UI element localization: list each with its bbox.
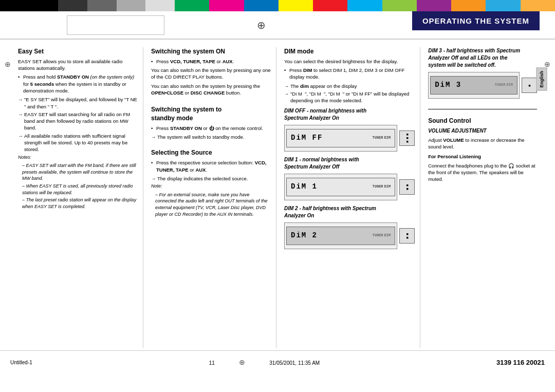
dim-off-subtitle-text: Spectrum Analyzer On	[284, 115, 339, 121]
switching-on-section: Switching the system ON Press VCD, TUNER…	[151, 47, 271, 98]
dim-label: DIM	[384, 136, 391, 141]
dim-mode-bullets: Press DIM to select DIM 1, DIM 2, DIM 3 …	[284, 67, 415, 81]
dim1-side: ■■	[399, 179, 415, 195]
footer-crosshair: ⊕	[239, 358, 245, 366]
standby-bold: STANDBY ON	[57, 74, 89, 80]
easy-set-bullets: Press and hold STANDBY ON (on the system…	[18, 73, 138, 94]
dim1-title: DIM 1 - normal brightness with Spectrum …	[284, 156, 415, 171]
source-note1: – For an external source, make sure you …	[151, 192, 271, 217]
seconds-bold: 5 seconds	[30, 81, 54, 87]
content-area: Easy Set EASY SET allows you to store al…	[15, 40, 540, 350]
sound-control-column: English DIM 3 - half brightness with Spe…	[425, 47, 537, 348]
page-title-text: OPERATING THE SYSTEM	[422, 16, 529, 25]
footer-separator	[216, 360, 238, 366]
dim-off-display: DiM FF TUNER DIM	[284, 125, 397, 152]
dim-appear: dim	[300, 83, 309, 89]
dim2-side: ■■	[399, 228, 415, 244]
footer-page-num: 11	[209, 360, 215, 366]
easy-set-column: Easy Set EASY SET allows you to store al…	[18, 47, 143, 348]
color-bar-top	[0, 0, 555, 11]
dim3-side: ■	[522, 78, 537, 93]
dim1-labels: TUNER DIM	[373, 184, 391, 190]
dim2-display-box: DiM 2 TUNER DIM	[286, 227, 395, 245]
dim-bold: DIM	[303, 67, 312, 73]
standby-bullets: Press STANDBY ON or ⏻ on the remote cont…	[151, 125, 271, 132]
english-tab: English	[536, 68, 547, 91]
color-bars	[175, 0, 555, 11]
right-crosshair: ⊕	[544, 60, 550, 68]
dim2-text: DiM 2	[291, 231, 318, 241]
dim3-title-text: DIM 3 - half brightness with Spectrum An…	[428, 48, 520, 61]
dim1-display-row: DiM 1 TUNER DIM ■■	[284, 172, 415, 202]
dim-arrow1: The dim appear on the display	[284, 83, 415, 89]
easy-set-intro: EASY SET allows you to store all availab…	[18, 58, 138, 72]
selecting-source-section: Selecting the Source Press the respectiv…	[151, 148, 271, 219]
arrow-easyset-3: All available radio stations with suffic…	[18, 133, 138, 153]
standby-title-line2: standby mode	[151, 115, 193, 122]
dim-mode-bullet1: Press DIM to select DIM 1, DIM 2, DIM 3 …	[284, 67, 415, 81]
dim1-tuner: TUNER	[373, 184, 383, 190]
dim-off-side: ■■■	[399, 130, 415, 146]
aux2-bold: AUX	[195, 167, 206, 173]
dim-mode-column: DIM mode You can select the desired brig…	[282, 47, 420, 348]
dim1-title-text: DIM 1 - normal brightness with	[284, 157, 359, 162]
arrow-easyset-2: EASY SET will start searching for all ra…	[18, 111, 138, 132]
header-area: ⊕ OPERATING THE SYSTEM	[0, 11, 555, 40]
footer-right: 3139 116 20021	[496, 359, 545, 366]
note-2: – When EASY SET is used, all previously …	[18, 183, 138, 196]
dim-mode-intro: You can select the desired brightness fo…	[284, 58, 415, 65]
switching-on-text1: You can also switch on the system by pre…	[151, 67, 271, 81]
crosshair-center: ⊕	[257, 19, 266, 31]
page-title: OPERATING THE SYSTEM	[412, 11, 540, 30]
header-box-left	[67, 15, 164, 35]
dim-off-display-row: DiM FF TUNER DIM ■■■	[284, 123, 415, 153]
footer-left: Untitled-1	[10, 360, 32, 365]
easy-set-section: Easy Set EASY SET allows you to store al…	[18, 47, 138, 210]
standby-title-line1: Switching the system to	[151, 106, 221, 113]
switching-standby-section: Switching the system to standby mode Pre…	[151, 105, 271, 141]
headphone-icon: 🎧	[508, 163, 514, 169]
note-1: – EASY SET will start with the FM band, …	[18, 162, 138, 182]
dim-off-title: DIM OFF - normal brightness with Spectru…	[284, 107, 415, 122]
volume-text: Adjust VOLUME to increase or decrease th…	[428, 137, 537, 151]
left-crosshair: ⊕	[5, 60, 11, 68]
dim2-display: DiM 2 TUNER DIM	[284, 222, 397, 249]
standby-on-bold: STANDBY ON	[170, 125, 202, 131]
switching-column: Switching the system ON Press VCD, TUNER…	[149, 47, 276, 348]
openclose-bold: OPEN•CLOSE	[151, 90, 183, 96]
source-arrow1: The display indicates the selected sourc…	[151, 175, 271, 182]
standby-bullet1: Press STANDBY ON or ⏻ on the remote cont…	[151, 125, 271, 132]
dim2-tuner: TUNER	[373, 233, 383, 238]
dim2-title: DIM 2 - half brightness with Spectrum An…	[284, 205, 415, 219]
dim3-display: DiM 3 TUNER DIM	[428, 72, 520, 99]
footer-center: 11 ⊕ 31/05/2001, 11:35 AM	[209, 358, 320, 366]
tuner-label: TUNER	[373, 136, 383, 141]
dim2-subtitle-text: Analyzer On	[284, 213, 314, 218]
footer: Untitled-1 11 ⊕ 31/05/2001, 11:35 AM 313…	[0, 350, 555, 374]
switching-on-bullet1: Press VCD, TUNER, TAPE or AUX.	[151, 58, 271, 65]
dim2-dim: DIM	[384, 233, 391, 238]
vcd-tuner-bold: VCD, TUNER, TAPE	[170, 59, 215, 64]
dim1-subtitle-text: Spectrum Analyzer Off	[284, 164, 339, 170]
personal-text: Connect the headphones plug to the 🎧 soc…	[428, 162, 537, 183]
dim1-display: DiM 1 TUNER DIM	[284, 174, 397, 200]
dim2-display-row: DiM 2 TUNER DIM ■■	[284, 221, 415, 251]
dim3-display-box: DiM 3 TUNER DIM	[430, 76, 517, 95]
dim1-dim: DIM	[384, 184, 391, 190]
switching-on-title: Switching the system ON	[151, 47, 271, 56]
standby-arrow1: The system will switch to standby mode.	[151, 134, 271, 140]
standby-italic: (on the system only)	[90, 74, 135, 80]
dim-mode-title: DIM mode	[284, 47, 415, 56]
dim3-section: DIM 3 - half brightness with Spectrum An…	[428, 47, 537, 102]
sound-control-section: Sound Control VOLUME ADJUSTMENT Adjust V…	[428, 117, 537, 185]
personal-title: For Personal Listening	[428, 153, 537, 160]
note-3: – The last preset radio station will app…	[18, 197, 138, 210]
volume-subtitle: VOLUME ADJUSTMENT	[428, 127, 537, 135]
dim1-side-text: ■■	[404, 183, 410, 191]
power-icon-bold: ⏻	[209, 125, 214, 131]
dim-off-text: DiM FF	[291, 133, 323, 143]
source-bullet1: Press the respective source selection bu…	[151, 159, 271, 173]
footer-separator2	[247, 360, 268, 366]
dim1-display-box: DiM 1 TUNER DIM	[286, 178, 395, 196]
easy-set-bullet1: Press and hold STANDBY ON (on the system…	[18, 73, 138, 94]
